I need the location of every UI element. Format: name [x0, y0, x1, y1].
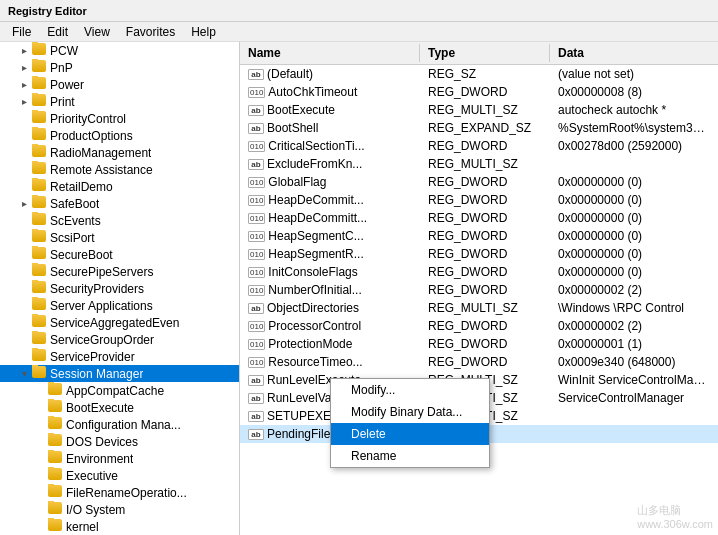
tree-item-retaildemo[interactable]: RetailDemo — [0, 178, 239, 195]
menu-edit[interactable]: Edit — [39, 23, 76, 41]
table-row[interactable]: 010HeapSegmentR...REG_DWORD0x00000000 (0… — [240, 245, 718, 263]
table-row[interactable]: 010HeapDeCommitt...REG_DWORD0x00000000 (… — [240, 209, 718, 227]
tree-item-filerenameoperatio[interactable]: FileRenameOperatio... — [0, 484, 239, 501]
cell-data-runlevelvalidate: ServiceControlManager — [550, 390, 718, 406]
tree-item-serviceaggregatedevents[interactable]: ServiceAggregatedEven — [0, 314, 239, 331]
folder-icon-filerenameoperatio — [48, 485, 64, 500]
cell-name-text-criticalsectionti: CriticalSectionTi... — [268, 139, 364, 153]
tree-item-print[interactable]: ▸Print — [0, 93, 239, 110]
table-row[interactable]: 010NumberOfInitial...REG_DWORD0x00000002… — [240, 281, 718, 299]
tree-item-servicegrouporder[interactable]: ServiceGroupOrder — [0, 331, 239, 348]
cell-name-text-initconsoleflags: InitConsoleFlags — [268, 265, 357, 279]
table-row[interactable]: ab(Default)REG_SZ(value not set) — [240, 65, 718, 83]
tree-arrow-sessionmanager: ▾ — [16, 368, 32, 379]
tree-item-environment[interactable]: Environment — [0, 450, 239, 467]
folder-icon-securepipeservers — [32, 264, 48, 279]
table-row[interactable]: 010GlobalFlagREG_DWORD0x00000000 (0) — [240, 173, 718, 191]
col-header-data: Data — [550, 44, 718, 62]
table-row[interactable]: 010ProcessorControlREG_DWORD0x00000002 (… — [240, 317, 718, 335]
cell-type-processorcontrol: REG_DWORD — [420, 318, 550, 334]
col-header-name: Name — [240, 44, 420, 62]
menu-help[interactable]: Help — [183, 23, 224, 41]
cell-name-text-protectionmode: ProtectionMode — [268, 337, 352, 351]
tree-item-iosystem[interactable]: I/O System — [0, 501, 239, 518]
tree-item-safeboot[interactable]: ▸SafeBoot — [0, 195, 239, 212]
tree-item-productoptions[interactable]: ProductOptions — [0, 127, 239, 144]
cell-name-objectdirectories: abObjectDirectories — [240, 300, 420, 316]
title-bar-label: Registry Editor — [8, 5, 87, 17]
tree-item-appcompatcache[interactable]: AppCompatCache — [0, 382, 239, 399]
tree-item-serverapplications[interactable]: Server Applications — [0, 297, 239, 314]
tree-item-remoteassistance[interactable]: Remote Assistance — [0, 161, 239, 178]
menu-view[interactable]: View — [76, 23, 118, 41]
table-row[interactable]: 010ResourceTimeo...REG_DWORD0x0009e340 (… — [240, 353, 718, 371]
menu-file[interactable]: File — [4, 23, 39, 41]
table-row[interactable]: abObjectDirectoriesREG_MULTI_SZ\Windows … — [240, 299, 718, 317]
tree-item-power[interactable]: ▸Power — [0, 76, 239, 93]
tree-label-environment: Environment — [66, 452, 133, 466]
tree-label-securepipeservers: SecurePipeServers — [50, 265, 153, 279]
tree-label-print: Print — [50, 95, 75, 109]
cell-data-pendingfilerenaming — [550, 433, 718, 435]
tree-item-radiomanagement[interactable]: RadioManagement — [0, 144, 239, 161]
cell-type-heapsegmentr: REG_DWORD — [420, 246, 550, 262]
cell-name-heapsegmentr: 010HeapSegmentR... — [240, 246, 420, 262]
tree-arrow-pcw: ▸ — [16, 45, 32, 56]
col-header-type: Type — [420, 44, 550, 62]
table-row[interactable]: abBootShellREG_EXPAND_SZ%SystemRoot%\sys… — [240, 119, 718, 137]
tree-item-securityproviders[interactable]: SecurityProviders — [0, 280, 239, 297]
tree-item-dosdevices[interactable]: DOS Devices — [0, 433, 239, 450]
tree-label-power: Power — [50, 78, 84, 92]
reg-icon-globalflag: 010 — [248, 177, 265, 188]
cell-type-objectdirectories: REG_MULTI_SZ — [420, 300, 550, 316]
cell-data-globalflag: 0x00000000 (0) — [550, 174, 718, 190]
table-row[interactable]: 010ProtectionModeREG_DWORD0x00000001 (1) — [240, 335, 718, 353]
cell-data-criticalsectionti: 0x00278d00 (2592000) — [550, 138, 718, 154]
table-row[interactable]: 010HeapSegmentC...REG_DWORD0x00000000 (0… — [240, 227, 718, 245]
context-menu-item-delete[interactable]: Delete — [331, 423, 489, 445]
cell-data-heapdecommit2: 0x00000000 (0) — [550, 210, 718, 226]
tree-item-configurationmana[interactable]: Configuration Mana... — [0, 416, 239, 433]
table-header: Name Type Data — [240, 42, 718, 65]
table-row[interactable]: abExcludeFromKn...REG_MULTI_SZ — [240, 155, 718, 173]
folder-icon-kernel — [48, 519, 64, 534]
tree-label-dosdevices: DOS Devices — [66, 435, 138, 449]
cell-name-text-heapsegmentr: HeapSegmentR... — [268, 247, 363, 261]
cell-type-bootshell: REG_EXPAND_SZ — [420, 120, 550, 136]
cell-type-autochktimeout: REG_DWORD — [420, 84, 550, 100]
cell-data-excludefromkn — [550, 163, 718, 165]
menu-favorites[interactable]: Favorites — [118, 23, 183, 41]
tree-item-pcw[interactable]: ▸PCW — [0, 42, 239, 59]
table-row[interactable]: 010HeapDeCommit...REG_DWORD0x00000000 (0… — [240, 191, 718, 209]
table-row[interactable]: 010InitConsoleFlagsREG_DWORD0x00000000 (… — [240, 263, 718, 281]
title-bar: Registry Editor — [0, 0, 718, 22]
table-row[interactable]: 010AutoChkTimeoutREG_DWORD0x00000008 (8) — [240, 83, 718, 101]
tree-item-sessionmanager[interactable]: ▾Session Manager — [0, 365, 239, 382]
folder-icon-print — [32, 94, 48, 109]
tree-item-secureboot[interactable]: SecureBoot — [0, 246, 239, 263]
tree-item-scevents[interactable]: ScEvents — [0, 212, 239, 229]
table-row[interactable]: abBootExecuteREG_MULTI_SZautocheck autoc… — [240, 101, 718, 119]
reg-icon-criticalsectionti: 010 — [248, 141, 265, 152]
context-menu-item-modifybinarydata[interactable]: Modify Binary Data... — [331, 401, 489, 423]
tree-item-executive[interactable]: Executive — [0, 467, 239, 484]
context-menu-item-modify[interactable]: Modify... — [331, 379, 489, 401]
context-menu-item-rename[interactable]: Rename — [331, 445, 489, 467]
tree-item-scsiport[interactable]: ScsiPort — [0, 229, 239, 246]
reg-icon-processorcontrol: 010 — [248, 321, 265, 332]
reg-icon-bootexecute: ab — [248, 105, 264, 116]
folder-icon-executive — [48, 468, 64, 483]
folder-icon-serviceprovider — [32, 349, 48, 364]
tree-item-kernel[interactable]: kernel — [0, 518, 239, 535]
tree-item-serviceprovider[interactable]: ServiceProvider — [0, 348, 239, 365]
table-row[interactable]: 010CriticalSectionTi...REG_DWORD0x00278d… — [240, 137, 718, 155]
tree-item-prioritycontrol[interactable]: PriorityControl — [0, 110, 239, 127]
cell-type-protectionmode: REG_DWORD — [420, 336, 550, 352]
tree-item-pnp[interactable]: ▸PnP — [0, 59, 239, 76]
tree-item-securepipeservers[interactable]: SecurePipeServers — [0, 263, 239, 280]
folder-icon-remoteassistance — [32, 162, 48, 177]
cell-name-heapdecommit2: 010HeapDeCommitt... — [240, 210, 420, 226]
cell-data-numberofinitial: 0x00000002 (2) — [550, 282, 718, 298]
tree-panel[interactable]: ▸PCW▸PnP▸Power▸PrintPriorityControlProdu… — [0, 42, 240, 535]
tree-item-bootexecute[interactable]: BootExecute — [0, 399, 239, 416]
